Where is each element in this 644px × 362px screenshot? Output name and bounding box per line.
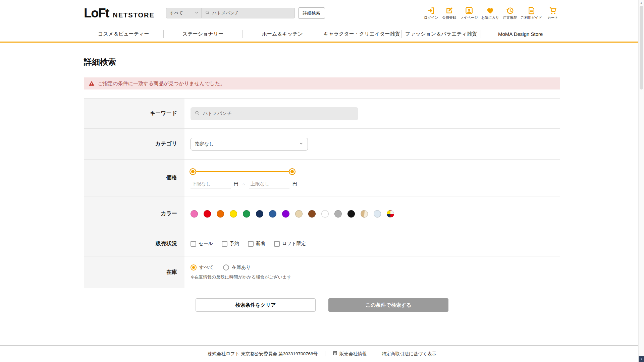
- radio-label: すべて: [199, 264, 214, 270]
- loft-logo[interactable]: LoFt NETSTORE: [84, 6, 155, 20]
- radio-label: 在庫あり: [232, 264, 251, 270]
- search-icon: [195, 110, 200, 117]
- form-row-category: カテゴリ 指定なし: [84, 129, 560, 160]
- price-min-unit: 円: [234, 181, 238, 188]
- color-swatch-gray[interactable]: [334, 210, 342, 218]
- register-icon: [445, 6, 453, 15]
- price-range-slider[interactable]: [193, 168, 292, 175]
- price-min-input[interactable]: [191, 180, 231, 188]
- price-range-separator: ～: [241, 181, 246, 188]
- color-label: カラー: [84, 196, 184, 231]
- scroll-up-arrow[interactable]: ▲: [639, 0, 644, 5]
- checkbox-box: [191, 241, 196, 247]
- radio-in-stock[interactable]: 在庫あり: [223, 264, 251, 270]
- user-menu-order-history[interactable]: 注文履歴: [502, 6, 517, 20]
- color-swatch-green[interactable]: [243, 210, 250, 218]
- company-info-link[interactable]: 販売会社情報: [333, 351, 367, 357]
- mypage-icon: [465, 6, 473, 15]
- checkbox-label: 予約: [230, 241, 239, 247]
- slider-handle-max[interactable]: [289, 168, 296, 175]
- color-swatch-navy[interactable]: [256, 210, 263, 218]
- header-search-input[interactable]: [212, 11, 291, 16]
- color-swatch-pink[interactable]: [191, 210, 198, 218]
- color-swatch-multicolor[interactable]: [387, 210, 394, 218]
- color-swatch-purple[interactable]: [282, 210, 289, 218]
- color-swatch-black[interactable]: [347, 210, 355, 218]
- user-menu-login[interactable]: ログイン: [424, 6, 438, 20]
- logo-loft-text: LoFt: [84, 6, 109, 20]
- nav-item-cosme-beauty[interactable]: コスメ＆ビューティー: [84, 26, 163, 42]
- building-icon: [333, 351, 337, 357]
- radio-all[interactable]: すべて: [191, 264, 214, 270]
- category-select[interactable]: 指定なし: [191, 138, 308, 150]
- footer-separator: [325, 351, 325, 356]
- footer-separator: [374, 351, 374, 356]
- color-swatch-blue[interactable]: [269, 210, 276, 218]
- user-menu-register[interactable]: 会員登録: [442, 6, 457, 20]
- clear-search-button[interactable]: 検索条件をクリア: [196, 298, 316, 312]
- stock-note: ※在庫情報の反映に時間がかかる場合がございます: [191, 274, 560, 280]
- keyword-field: [191, 107, 358, 120]
- user-menu-guide[interactable]: ご利用ガイド: [521, 6, 542, 20]
- color-swatch-brown[interactable]: [308, 210, 316, 218]
- color-swatch-red[interactable]: [204, 210, 211, 218]
- user-menu: ログイン会員登録マイページお気に入り注文履歴ご利用ガイドカート: [424, 6, 560, 20]
- login-icon: [427, 6, 435, 15]
- checkbox-reserve[interactable]: 予約: [222, 241, 239, 247]
- search-category-select[interactable]: すべて: [166, 8, 202, 18]
- heart-icon: [486, 6, 494, 15]
- color-swatch-silver[interactable]: [374, 210, 381, 218]
- color-swatch-white[interactable]: [321, 210, 329, 218]
- submit-search-button[interactable]: この条件で検索する: [328, 298, 448, 312]
- main-content: 詳細検索 ご指定の条件に一致する商品が見つかりませんでした。 キーワード: [84, 43, 560, 312]
- chevron-down-icon: [195, 11, 199, 16]
- main-nav: コスメ＆ビューティーステーショナリーホーム＆キッチンキャラクター・クリエイター雑…: [0, 26, 644, 43]
- page-title: 詳細検索: [84, 57, 560, 67]
- price-max-input[interactable]: [249, 180, 289, 188]
- slider-handle-min[interactable]: [190, 168, 196, 175]
- category-selected-value: 指定なし: [195, 141, 214, 147]
- checkbox-label: セール: [199, 241, 213, 247]
- detail-search-button[interactable]: 詳細検索: [298, 7, 325, 19]
- keyword-input[interactable]: [203, 111, 354, 116]
- guide-icon: [527, 6, 536, 15]
- color-swatch-beige[interactable]: [295, 210, 303, 218]
- checkbox-label: ロフト限定: [282, 241, 306, 247]
- user-menu-label: ログイン: [424, 15, 438, 20]
- checkbox-new[interactable]: 新着: [248, 241, 265, 247]
- user-menu-mypage[interactable]: マイページ: [460, 6, 478, 20]
- history-icon: [506, 6, 514, 15]
- search-category-value: すべて: [170, 10, 183, 16]
- nav-item-character-creator[interactable]: キャラクター・クリエイター雑貨: [322, 26, 401, 42]
- nav-item-moma-design-store[interactable]: MoMA Design Store: [481, 26, 560, 42]
- keyword-label: キーワード: [84, 99, 184, 128]
- nav-item-stationery[interactable]: ステーショナリー: [163, 26, 243, 42]
- scroll-down-arrow[interactable]: ▼: [639, 356, 644, 362]
- user-menu-cart[interactable]: カート: [545, 6, 560, 20]
- color-swatch-orange[interactable]: [217, 210, 224, 218]
- stock-label: 在庫: [84, 256, 184, 288]
- stock-options: すべて在庫あり: [191, 264, 560, 270]
- company-info: 株式会社ロフト 東京都公安委員会 第303319700768号: [208, 351, 318, 357]
- nav-item-fashion-variety[interactable]: ファッション＆バラエティ雑貨: [401, 26, 481, 42]
- form-row-stock: 在庫 すべて在庫あり ※在庫情報の反映に時間がかかる場合がございます: [84, 256, 560, 288]
- scrollbar[interactable]: ▲ ▼: [638, 0, 644, 362]
- checkbox-loft-limited[interactable]: ロフト限定: [274, 241, 306, 247]
- color-swatch-gold[interactable]: [361, 210, 368, 218]
- sale-status-options: セール予約新着ロフト限定: [191, 241, 560, 247]
- nav-item-home-kitchen[interactable]: ホーム＆キッチン: [243, 26, 322, 42]
- alert-message: ご指定の条件に一致する商品が見つかりませんでした。: [98, 80, 225, 87]
- scrollbar-thumb[interactable]: [640, 6, 643, 89]
- header-search: すべて 詳細検索: [166, 7, 325, 19]
- logo-netstore-text: NETSTORE: [113, 11, 155, 19]
- no-results-alert: ご指定の条件に一致する商品が見つかりませんでした。: [84, 77, 560, 89]
- header: LoFt NETSTORE すべて: [0, 0, 644, 43]
- user-menu-label: お気に入り: [481, 15, 499, 20]
- user-menu-favorites[interactable]: お気に入り: [481, 6, 499, 20]
- color-swatch-yellow[interactable]: [230, 210, 237, 218]
- category-label: カテゴリ: [84, 129, 184, 159]
- user-menu-label: マイページ: [460, 15, 478, 20]
- form-row-keyword: キーワード: [84, 99, 560, 129]
- checkbox-sale[interactable]: セール: [191, 241, 213, 247]
- commercial-law-link[interactable]: 特定商取引法に基づく表示: [382, 351, 436, 357]
